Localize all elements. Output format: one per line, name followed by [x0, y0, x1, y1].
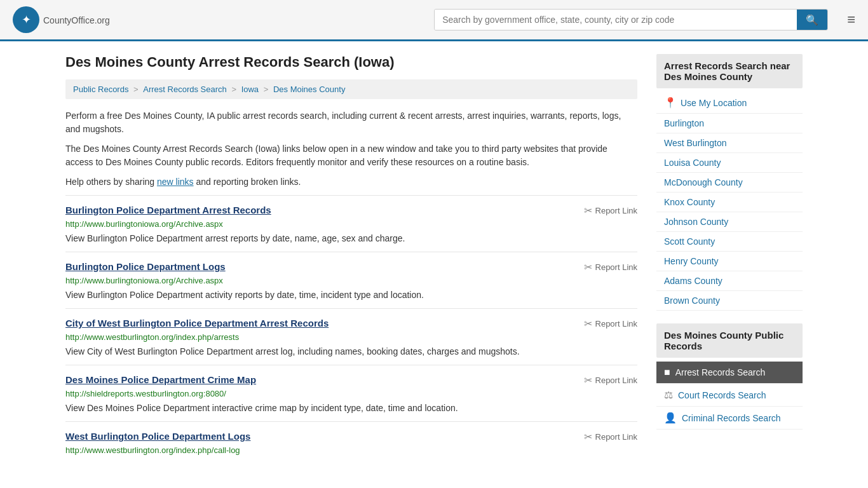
logo-text: CountyOffice.org [43, 13, 110, 27]
report-icon-3: ✂ [584, 318, 592, 330]
result-desc-1: View Burlington Police Department arrest… [65, 232, 637, 245]
result-item: City of West Burlington Police Departmen… [65, 308, 637, 365]
result-url-1[interactable]: http://www.burlingtoniowa.org/Archive.as… [65, 219, 637, 229]
search-input[interactable] [435, 10, 797, 30]
breadcrumb-des-moines-county[interactable]: Des Moines County [273, 85, 345, 94]
sidebar: Arrest Records Search near Des Moines Co… [656, 54, 803, 464]
result-url-5[interactable]: http://www.westburlington.org/index.php/… [65, 445, 637, 455]
result-desc-2: View Burlington Police Department activi… [65, 288, 637, 302]
report-icon-1: ✂ [584, 205, 592, 217]
desc-1: Perform a free Des Moines County, IA pub… [65, 109, 637, 136]
result-title-1[interactable]: Burlington Police Department Arrest Reco… [65, 205, 271, 215]
breadcrumb-arrest-records[interactable]: Arrest Records Search [143, 85, 227, 94]
report-icon-2: ✂ [584, 261, 592, 273]
search-button[interactable]: 🔍 [797, 10, 827, 30]
result-url-4[interactable]: http://shieldreports.westburlington.org:… [65, 389, 637, 398]
report-icon-5: ✂ [584, 431, 592, 443]
report-link-4[interactable]: ✂ Report Link [584, 374, 637, 386]
sidebar-link-knox[interactable]: Knox County [656, 193, 803, 212]
desc-3: Help others by sharing new links and rep… [65, 175, 637, 189]
sidebar-link-adams[interactable]: Adams County [656, 271, 803, 291]
sidebar-record-court[interactable]: ⚖ Court Records Search [656, 384, 803, 407]
sidebar-public-records-section: Des Moines County Public Records ■ Arres… [656, 323, 803, 430]
header: ✦ CountyOffice.org 🔍 ≡ [0, 0, 868, 41]
sidebar-link-scott[interactable]: Scott County [656, 232, 803, 252]
sidebar-link-mcdonough[interactable]: McDonough County [656, 173, 803, 193]
location-pin-icon: 📍 [664, 97, 677, 109]
report-icon-4: ✂ [584, 374, 592, 386]
result-title-2[interactable]: Burlington Police Department Logs [65, 261, 226, 272]
search-bar: 🔍 [434, 9, 828, 30]
logo-area: ✦ CountyOffice.org [13, 6, 110, 33]
logo-icon: ✦ [13, 6, 39, 33]
result-title-3[interactable]: City of West Burlington Police Departmen… [65, 318, 329, 329]
sidebar-record-arrest[interactable]: ■ Arrest Records Search [656, 362, 803, 384]
sidebar-link-henry[interactable]: Henry County [656, 252, 803, 271]
result-item: Burlington Police Department Logs ✂ Repo… [65, 252, 637, 308]
court-records-icon: ⚖ [664, 389, 673, 401]
logo-suffix: .org [95, 15, 110, 25]
sidebar-nearby-section: Arrest Records Search near Des Moines Co… [656, 54, 803, 311]
sidebar-record-criminal[interactable]: 👤 Criminal Records Search [656, 407, 803, 430]
criminal-records-icon: 👤 [664, 412, 677, 424]
report-link-1[interactable]: ✂ Report Link [584, 205, 637, 217]
sidebar-link-brown[interactable]: Brown County [656, 291, 803, 311]
breadcrumb-public-records[interactable]: Public Records [73, 85, 128, 94]
sidebar-nearby-title: Arrest Records Search near Des Moines Co… [656, 54, 803, 88]
hamburger-menu[interactable]: ≡ [847, 11, 855, 28]
result-item: Des Moines Police Department Crime Map ✂… [65, 365, 637, 421]
sidebar-link-burlington[interactable]: Burlington [656, 114, 803, 133]
result-title-5[interactable]: West Burlington Police Department Logs [65, 431, 250, 442]
page-title: Des Moines County Arrest Records Search … [65, 54, 637, 71]
main-content: Des Moines County Arrest Records Search … [65, 54, 637, 464]
breadcrumb: Public Records > Arrest Records Search >… [65, 79, 637, 99]
result-item: Burlington Police Department Arrest Reco… [65, 195, 637, 252]
logo-name: CountyOffice [43, 15, 95, 25]
sidebar-link-johnson[interactable]: Johnson County [656, 212, 803, 232]
result-title-4[interactable]: Des Moines Police Department Crime Map [65, 374, 256, 385]
breadcrumb-iowa[interactable]: Iowa [241, 85, 259, 94]
sidebar-public-records-title: Des Moines County Public Records [656, 323, 803, 358]
report-link-5[interactable]: ✂ Report Link [584, 431, 637, 443]
use-my-location-link[interactable]: 📍 Use My Location [656, 92, 803, 114]
result-url-2[interactable]: http://www.burlingtoniowa.org/Archive.as… [65, 276, 637, 285]
report-link-3[interactable]: ✂ Report Link [584, 318, 637, 330]
sidebar-link-louisa[interactable]: Louisa County [656, 153, 803, 173]
main-container: Des Moines County Arrest Records Search … [53, 41, 815, 477]
result-desc-4: View Des Moines Police Department intera… [65, 402, 637, 415]
desc-2: The Des Moines County Arrest Records Sea… [65, 142, 637, 169]
sidebar-link-west-burlington[interactable]: West Burlington [656, 133, 803, 153]
result-desc-3: View City of West Burlington Police Depa… [65, 345, 637, 358]
arrest-records-icon: ■ [664, 367, 670, 378]
new-links-link[interactable]: new links [157, 177, 194, 187]
report-link-2[interactable]: ✂ Report Link [584, 261, 637, 273]
result-url-3[interactable]: http://www.westburlington.org/index.php/… [65, 332, 637, 342]
result-item: West Burlington Police Department Logs ✂… [65, 421, 637, 464]
